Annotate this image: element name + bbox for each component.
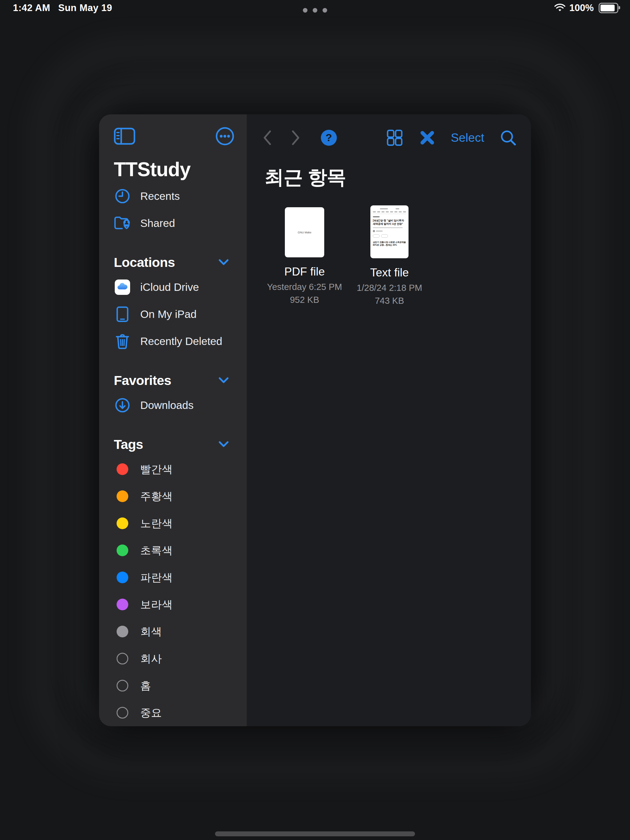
status-time: 1:42 AM — [13, 2, 50, 14]
tag-color-dot — [117, 463, 128, 475]
sidebar-tag-red[interactable]: 빨간색 — [99, 456, 247, 483]
file-name: Text file — [370, 266, 408, 279]
close-icon[interactable] — [419, 129, 435, 146]
pdf-thumbnail: GNU Make — [285, 207, 324, 257]
sidebar-item-downloads[interactable]: Downloads — [99, 392, 247, 419]
file-name: PDF file — [284, 265, 325, 278]
file-size: 743 KB — [375, 296, 404, 306]
svg-text:?: ? — [326, 132, 332, 143]
sidebar-item-label: Recently Deleted — [140, 335, 222, 347]
page-title: 최근 항목 — [264, 164, 531, 191]
sidebar: TTStudy Recents Shared — [99, 114, 247, 726]
tag-label: 회색 — [140, 624, 162, 639]
tag-label: 회사 — [140, 652, 162, 666]
tag-color-dot — [117, 545, 128, 556]
sidebar-item-icloud-drive[interactable]: iCloud Drive — [99, 274, 247, 301]
file-item-text[interactable]: [속보] 당·정 "설비 임시투자세액공제 말까지 1년 연장" 상반기 전통시… — [350, 205, 429, 306]
tag-label: 빨간색 — [140, 462, 173, 477]
wifi-icon — [554, 4, 566, 12]
sidebar-toggle-icon[interactable] — [114, 128, 135, 145]
tag-color-dot — [117, 572, 128, 583]
sidebar-item-label: Recents — [140, 190, 180, 202]
tag-label: 노란색 — [140, 516, 173, 531]
sidebar-tag-orange[interactable]: 주황색 — [99, 483, 247, 510]
more-options-icon[interactable] — [215, 127, 234, 146]
app-title: TTStudy — [99, 146, 247, 183]
section-tags[interactable]: Tags — [99, 433, 247, 456]
chevron-down-icon[interactable] — [218, 377, 229, 384]
status-date: Sun May 19 — [58, 2, 112, 14]
tag-label: 파란색 — [140, 570, 173, 585]
text-thumb-footer: 상반기 전통시장 사용분 소득공제율 80%로 상향…현재는 40% — [373, 241, 406, 246]
sidebar-item-recently-deleted[interactable]: Recently Deleted — [99, 328, 247, 355]
file-item-pdf[interactable]: GNU Make PDF file Yesterday 6:25 PM 952 … — [264, 205, 345, 306]
tag-color-dot — [117, 490, 128, 502]
tag-label: 주황색 — [140, 489, 173, 504]
tag-color-dot — [117, 626, 128, 637]
section-label: Favorites — [114, 373, 171, 388]
sidebar-tag-purple[interactable]: 보라색 — [99, 591, 247, 618]
main-content: ? Select — [247, 114, 531, 726]
sidebar-item-shared[interactable]: Shared — [99, 210, 247, 237]
home-indicator[interactable] — [215, 831, 415, 836]
battery-percent: 100% — [570, 2, 594, 14]
sidebar-tag-company[interactable]: 회사 — [99, 645, 247, 672]
section-label: Tags — [114, 437, 143, 452]
tag-label: 보라색 — [140, 597, 173, 612]
pdf-thumb-text: GNU Make — [298, 231, 312, 234]
file-grid: GNU Make PDF file Yesterday 6:25 PM 952 … — [264, 205, 531, 306]
clock-icon — [114, 188, 131, 204]
help-icon[interactable]: ? — [320, 129, 338, 147]
sidebar-item-recents[interactable]: Recents — [99, 183, 247, 210]
toolbar: ? Select — [263, 128, 517, 148]
tag-label: 홈 — [140, 679, 151, 693]
file-size: 952 KB — [290, 295, 319, 305]
status-bar: 1:42 AM Sun May 19 100% — [0, 0, 630, 17]
view-options-icon[interactable] — [386, 129, 404, 147]
sidebar-tag-yellow[interactable]: 노란색 — [99, 510, 247, 537]
battery-icon — [598, 3, 618, 13]
sidebar-item-label: Shared — [140, 217, 175, 229]
sidebar-tag-green[interactable]: 초록색 — [99, 537, 247, 564]
search-icon[interactable] — [500, 129, 517, 146]
sidebar-item-on-my-ipad[interactable]: On My iPad — [99, 301, 247, 328]
sidebar-item-label: On My iPad — [140, 308, 196, 321]
text-thumb-headline: [속보] 당·정 "설비 임시투자세액공제 말까지 1년 연장" — [373, 219, 406, 225]
sidebar-tag-gray[interactable]: 회색 — [99, 618, 247, 645]
tag-color-dot — [117, 707, 128, 718]
forward-icon[interactable] — [291, 130, 300, 146]
multitasking-dots-icon[interactable] — [303, 8, 327, 13]
tag-color-dot — [117, 598, 128, 610]
sidebar-tag-home[interactable]: 홈 — [99, 672, 247, 699]
tag-label: 초록색 — [140, 543, 173, 558]
back-icon[interactable] — [263, 130, 272, 146]
tag-color-dot — [117, 653, 128, 665]
trash-icon — [114, 333, 131, 349]
sidebar-item-label: Downloads — [140, 399, 193, 411]
section-locations[interactable]: Locations — [99, 251, 247, 274]
select-button[interactable]: Select — [451, 131, 484, 145]
files-app-window: TTStudy Recents Shared — [99, 114, 531, 726]
file-date: 1/28/24 2:18 PM — [357, 283, 423, 293]
icloud-drive-icon — [114, 279, 131, 295]
shared-folder-icon — [114, 215, 131, 231]
download-circle-icon — [114, 397, 131, 413]
file-date: Yesterday 6:25 PM — [267, 282, 342, 292]
text-thumbnail: [속보] 당·정 "설비 임시투자세액공제 말까지 1년 연장" 상반기 전통시… — [370, 205, 408, 258]
sidebar-item-label: iCloud Drive — [140, 281, 199, 293]
sidebar-tag-important[interactable]: 중요 — [99, 699, 247, 726]
tag-color-dot — [117, 680, 128, 692]
sidebar-tag-blue[interactable]: 파란색 — [99, 564, 247, 591]
section-label: Locations — [114, 255, 175, 270]
chevron-down-icon[interactable] — [218, 259, 229, 266]
tag-color-dot — [117, 518, 128, 529]
chevron-down-icon[interactable] — [218, 441, 229, 448]
tag-label: 중요 — [140, 706, 162, 720]
ipad-icon — [114, 306, 131, 322]
section-favorites[interactable]: Favorites — [99, 369, 247, 392]
